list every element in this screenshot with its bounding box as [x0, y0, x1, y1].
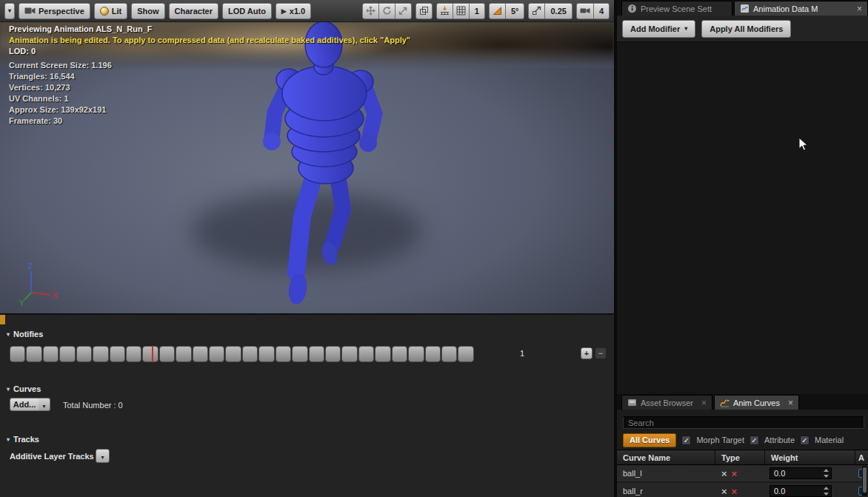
- surface-snap-button[interactable]: [436, 3, 453, 19]
- close-tab-icon[interactable]: ×: [852, 4, 862, 14]
- remove-curve-icon[interactable]: ×: [721, 487, 727, 496]
- viewport-canvas[interactable]: Previewing Animation ALS_N_Run_F Animati…: [0, 22, 614, 313]
- apply-all-modifiers-button[interactable]: Apply All Modifiers: [701, 20, 791, 38]
- grid-snap-toggle-button[interactable]: [453, 3, 470, 19]
- character-button[interactable]: Character: [169, 3, 218, 19]
- notify-track-segment[interactable]: [193, 346, 208, 362]
- rotation-snap-value-button[interactable]: 5°: [506, 3, 525, 19]
- notify-track-segment[interactable]: [159, 346, 175, 362]
- search-input[interactable]: [623, 416, 864, 429]
- scale-tool-button[interactable]: [395, 3, 412, 19]
- curve-row-ball-l[interactable]: ball_l × × 0.0: [617, 465, 868, 482]
- perspective-button[interactable]: Perspective: [19, 3, 90, 19]
- lit-mode-button[interactable]: Lit: [94, 3, 127, 19]
- column-weight[interactable]: Weight: [765, 450, 855, 464]
- additive-tracks-dropdown-button[interactable]: ▾: [96, 449, 110, 463]
- add-modifier-button[interactable]: Add Modifier ▾: [622, 20, 695, 38]
- tab-preview-scene-settings[interactable]: Preview Scene Sett: [621, 1, 732, 16]
- notify-track[interactable]: [10, 346, 475, 362]
- notify-track-segment[interactable]: [76, 346, 92, 362]
- notify-track-segment[interactable]: [441, 346, 457, 362]
- notify-track-segment[interactable]: [176, 346, 191, 362]
- notify-track-segment[interactable]: [325, 346, 341, 362]
- column-auto[interactable]: A: [855, 450, 868, 464]
- notify-track-segment[interactable]: [225, 346, 241, 362]
- notify-track-segment[interactable]: [341, 346, 357, 362]
- notify-track-segment[interactable]: [375, 346, 390, 362]
- notify-track-segment[interactable]: [392, 346, 407, 362]
- add-curve-dropdown-button[interactable]: ▾: [39, 398, 50, 411]
- modifier-chart-icon: [740, 4, 750, 13]
- close-tab-icon[interactable]: ×: [784, 398, 793, 408]
- notifies-section-header[interactable]: ▾ Notifies: [7, 330, 43, 338]
- notify-track-segment[interactable]: [358, 346, 374, 362]
- notify-track-segment[interactable]: [425, 346, 441, 362]
- notify-track-segment[interactable]: [93, 346, 108, 362]
- move-icon: [366, 6, 375, 16]
- table-scrollbar[interactable]: [862, 466, 867, 496]
- attribute-checkbox[interactable]: ✓: [750, 436, 759, 445]
- rotate-tool-button[interactable]: [379, 3, 395, 19]
- weight-input[interactable]: 0.0: [769, 485, 832, 497]
- column-curve-name[interactable]: Curve Name: [617, 450, 715, 464]
- curve-row-ball-r[interactable]: ball_r × × 0.0: [617, 483, 868, 497]
- chevron-down-icon: ▾: [8, 7, 11, 14]
- info-icon: [627, 4, 637, 13]
- notify-track-segment[interactable]: [242, 346, 258, 362]
- scrollbar-thumb[interactable]: [863, 467, 867, 493]
- notify-track-segment[interactable]: [209, 346, 224, 362]
- all-curves-filter-button[interactable]: All Curves: [623, 433, 676, 447]
- add-curve-button[interactable]: Add...: [10, 398, 39, 411]
- remove-curve-icon[interactable]: ×: [721, 469, 727, 478]
- notify-track-segment[interactable]: [142, 346, 158, 362]
- camera-speed-value-button[interactable]: 4: [594, 3, 610, 19]
- translate-tool-button[interactable]: [362, 3, 379, 19]
- spinner-icon[interactable]: [823, 468, 829, 478]
- scale-snap-value-button[interactable]: 0.25: [545, 3, 572, 19]
- camera-speed-button[interactable]: [576, 3, 594, 19]
- notify-track-segment[interactable]: [59, 346, 75, 362]
- edit-notice-text: Animation is being edited. To apply to c…: [9, 35, 410, 46]
- tab-animation-data-modifiers[interactable]: Animation Data M ×: [734, 1, 868, 16]
- viewport-options-button[interactable]: ▾: [4, 3, 15, 19]
- show-button[interactable]: Show: [131, 3, 164, 19]
- weight-input[interactable]: 0.0: [769, 467, 832, 479]
- tab-anim-curves[interactable]: Anim Curves ×: [714, 395, 799, 410]
- delete-curve-icon[interactable]: ×: [732, 469, 738, 478]
- coordinate-space-button[interactable]: [415, 3, 433, 19]
- notify-track-segment[interactable]: [276, 346, 291, 362]
- notify-track-segment[interactable]: [458, 346, 473, 362]
- notify-track-segment[interactable]: [408, 346, 424, 362]
- remove-notify-track-button[interactable]: −: [595, 347, 607, 359]
- notify-track-segment[interactable]: [258, 346, 274, 362]
- notify-track-segment[interactable]: [26, 346, 41, 362]
- notify-track-segment[interactable]: [43, 346, 59, 362]
- column-type[interactable]: Type: [715, 450, 765, 464]
- grid-snap-value-button[interactable]: 1: [470, 3, 485, 19]
- notify-track-segment[interactable]: [292, 346, 307, 362]
- notify-track-segment[interactable]: [126, 346, 141, 362]
- curves-section-header[interactable]: ▾ Curves: [7, 384, 41, 393]
- spinner-icon[interactable]: [823, 486, 829, 496]
- play-icon: ▶: [281, 7, 287, 15]
- tab-asset-browser[interactable]: Asset Browser ×: [621, 395, 712, 410]
- timeline-playhead[interactable]: [152, 346, 153, 362]
- material-checkbox[interactable]: ✓: [800, 436, 809, 445]
- anim-curves-panel: Asset Browser × Anim Curves × All Curves…: [617, 394, 868, 497]
- curve-type-cell: × ×: [715, 483, 765, 497]
- notify-track-segment[interactable]: [110, 346, 125, 362]
- tracks-section-header[interactable]: ▾ Tracks: [7, 435, 39, 444]
- close-tab-icon[interactable]: ×: [697, 398, 707, 408]
- unreal-animation-editor: ▾ Perspective Lit Show Character LOD Aut…: [0, 0, 868, 497]
- rotation-snap-toggle-button[interactable]: [489, 3, 506, 19]
- lod-auto-button[interactable]: LOD Auto: [222, 3, 272, 19]
- notify-track-segment[interactable]: [10, 346, 25, 362]
- playback-speed-button[interactable]: ▶ x1.0: [276, 3, 311, 19]
- morph-target-checkbox[interactable]: ✓: [681, 436, 691, 445]
- notify-track-segment[interactable]: [309, 346, 324, 362]
- add-notify-track-button[interactable]: +: [581, 347, 592, 359]
- scale-snap-toggle-button[interactable]: [528, 3, 545, 19]
- grid-snap-group: 1: [436, 3, 485, 19]
- delete-curve-icon[interactable]: ×: [732, 487, 738, 496]
- vertices-text: Vertices: 10,273: [9, 82, 410, 93]
